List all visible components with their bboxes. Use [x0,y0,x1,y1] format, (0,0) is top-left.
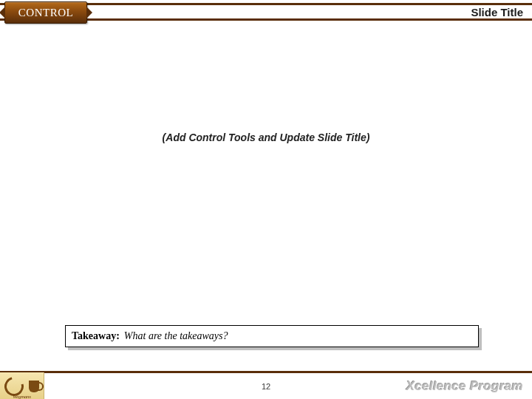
takeaway-content: Takeaway: What are the takeaways? [65,325,479,347]
brand-name: Wegmans [13,394,30,400]
brand-logo: Wegmans [0,372,44,400]
body-instruction: (Add Control Tools and Update Slide Titl… [0,132,532,143]
program-name: Xcellence Program [406,379,523,394]
slide-footer: Wegmans 12 Xcellence Program [0,371,532,399]
takeaway-text: What are the takeaways? [124,330,228,342]
slide-header: Slide Title CONTROL [0,0,532,27]
takeaway-label: Takeaway: [72,330,120,342]
slide-title: Slide Title [471,6,523,18]
section-tab: CONTROL [4,1,87,24]
section-tab-label: CONTROL [18,7,73,19]
takeaway-box: Takeaway: What are the takeaways? [65,325,479,347]
cup-icon [29,381,39,392]
page-number: 12 [262,382,270,391]
